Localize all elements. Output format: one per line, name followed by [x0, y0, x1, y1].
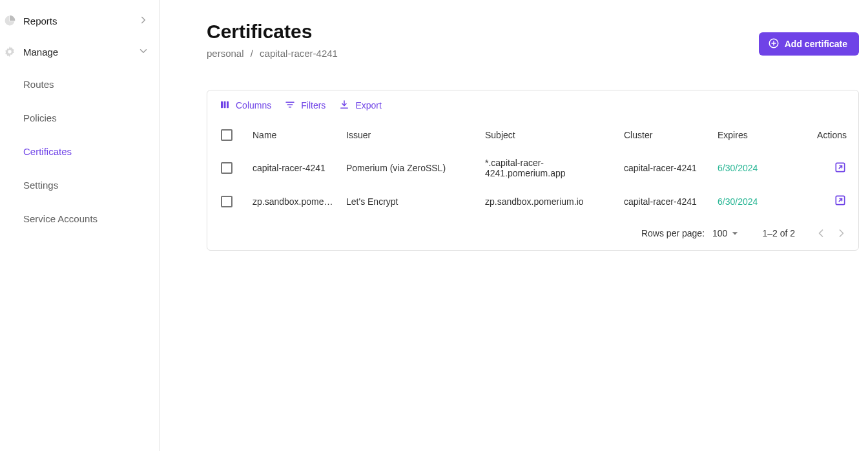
svg-point-1	[8, 50, 11, 53]
sidebar-item-label: Reports	[23, 16, 138, 26]
sidebar-item-certificates[interactable]: Certificates	[0, 134, 160, 168]
main-content: Certificates personal / capital-racer-42…	[160, 0, 868, 451]
row-checkbox[interactable]	[221, 196, 232, 207]
chevron-right-icon	[138, 14, 149, 28]
sidebar-item-policies[interactable]: Policies	[0, 101, 160, 134]
prev-page-button[interactable]	[811, 223, 831, 244]
export-button[interactable]: Export	[332, 95, 388, 116]
add-certificate-label: Add certificate	[785, 39, 847, 49]
sidebar-item-label: Manage	[23, 47, 138, 58]
chevron-left-icon	[814, 227, 827, 240]
select-all-checkbox[interactable]	[221, 129, 232, 141]
sidebar-item-label: Policies	[23, 112, 57, 123]
col-header-cluster[interactable]: Cluster	[617, 120, 711, 150]
svg-rect-4	[224, 101, 226, 108]
col-header-actions: Actions	[789, 120, 858, 150]
caret-down-icon	[728, 227, 741, 240]
certificates-table-card: Columns Filters Export Name Issue	[207, 90, 859, 251]
col-header-issuer[interactable]: Issuer	[340, 120, 479, 150]
pie-chart-icon	[3, 14, 17, 28]
table-row[interactable]: zp.sandbox.pomerium.io Let's Encrypt zp.…	[207, 186, 858, 216]
cell-expires: 6/30/2024	[711, 186, 789, 216]
columns-button[interactable]: Columns	[212, 95, 278, 116]
row-checkbox[interactable]	[221, 162, 232, 174]
breadcrumb-separator: /	[251, 48, 253, 59]
cell-cluster: capital-racer-4241	[617, 150, 711, 186]
sidebar-item-label: Settings	[23, 180, 58, 191]
sidebar-item-label: Service Accounts	[23, 213, 98, 224]
columns-icon	[219, 99, 236, 112]
pagination: Rows per page: 100 1–2 of 2	[207, 216, 858, 250]
chevron-right-icon	[835, 227, 848, 240]
next-page-button[interactable]	[831, 223, 852, 244]
gear-icon	[3, 45, 17, 59]
col-header-expires[interactable]: Expires	[711, 120, 789, 150]
rows-per-page-value: 100	[712, 228, 727, 238]
sidebar-item-reports[interactable]: Reports	[0, 5, 160, 36]
col-header-subject[interactable]: Subject	[479, 120, 617, 150]
breadcrumb: personal / capital-racer-4241	[207, 48, 338, 59]
cell-name: capital-racer-4241	[246, 150, 340, 186]
page-title: Certificates	[207, 21, 338, 43]
cell-name: zp.sandbox.pomerium.io	[246, 186, 340, 216]
col-header-name[interactable]: Name	[246, 120, 340, 150]
download-icon	[338, 99, 355, 112]
cell-issuer: Let's Encrypt	[340, 186, 479, 216]
open-external-icon[interactable]	[834, 194, 847, 207]
plus-circle-icon	[768, 37, 785, 51]
sidebar-item-routes[interactable]: Routes	[0, 67, 160, 101]
breadcrumb-cluster[interactable]: capital-racer-4241	[260, 48, 338, 59]
chevron-down-icon	[138, 45, 149, 59]
rows-per-page-select[interactable]: 100	[712, 227, 741, 240]
cell-issuer: Pomerium (via ZeroSSL)	[340, 150, 479, 186]
filter-icon	[284, 99, 301, 112]
table-row[interactable]: capital-racer-4241 Pomerium (via ZeroSSL…	[207, 150, 858, 186]
columns-label: Columns	[236, 100, 271, 110]
table-toolbar: Columns Filters Export	[207, 90, 858, 120]
pagination-range: 1–2 of 2	[762, 228, 795, 238]
certificates-table: Name Issuer Subject Cluster Expires Acti…	[207, 120, 858, 216]
cell-cluster: capital-racer-4241	[617, 186, 711, 216]
filters-label: Filters	[301, 100, 326, 110]
sidebar-item-manage[interactable]: Manage	[0, 36, 160, 67]
cell-subject: zp.sandbox.pomerium.io	[479, 186, 617, 216]
add-certificate-button[interactable]: Add certificate	[759, 32, 859, 56]
sidebar-item-label: Certificates	[23, 146, 72, 157]
open-external-icon[interactable]	[834, 161, 847, 174]
sidebar-item-label: Routes	[23, 79, 54, 90]
breadcrumb-namespace[interactable]: personal	[207, 48, 244, 59]
sidebar: Reports Manage Routes Policies Certifica…	[0, 0, 160, 451]
sidebar-item-service-accounts[interactable]: Service Accounts	[0, 202, 160, 235]
export-label: Export	[355, 100, 381, 110]
svg-rect-3	[221, 101, 223, 108]
filters-button[interactable]: Filters	[278, 95, 332, 116]
cell-subject: *.capital-racer-4241.pomerium.app	[479, 150, 617, 186]
svg-rect-5	[227, 101, 229, 108]
rows-per-page-label: Rows per page:	[641, 228, 705, 238]
cell-expires: 6/30/2024	[711, 150, 789, 186]
sidebar-item-settings[interactable]: Settings	[0, 168, 160, 202]
